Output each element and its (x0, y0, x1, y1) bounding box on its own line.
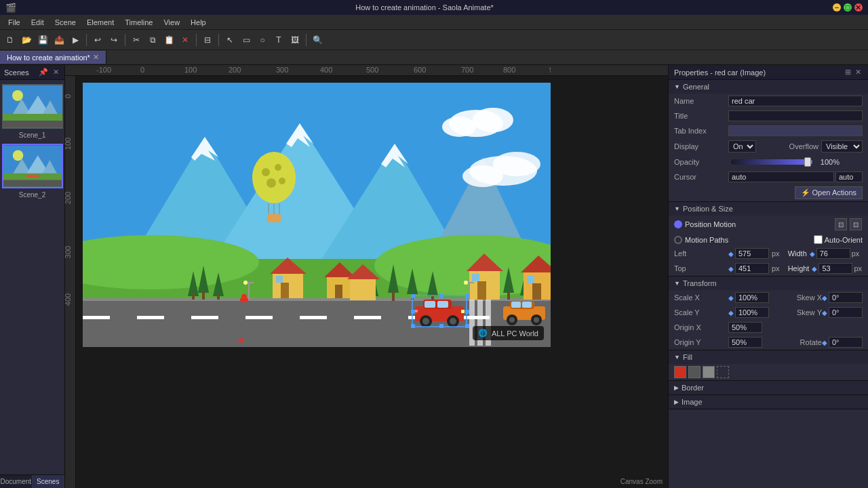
svg-text:500: 500 (366, 66, 378, 74)
image-arrow: ▶ (674, 399, 679, 405)
scene-canvas[interactable]: Easing... Cut Ctrl+X Copy Ctrl+C Paste C… (83, 83, 551, 347)
cursor-extra-input[interactable] (835, 171, 863, 182)
transform-section-header[interactable]: ▼ Transform (669, 277, 868, 290)
props-close-button[interactable]: ✕ (854, 68, 863, 77)
menu-help[interactable]: Help (185, 17, 212, 28)
menu-edit[interactable]: Edit (26, 17, 50, 28)
scale-x-input[interactable] (735, 292, 769, 303)
scene-1-thumbnail[interactable] (2, 84, 63, 129)
border-section: ▶ Border (669, 381, 868, 395)
position-size-header[interactable]: ▼ Position & Size (669, 202, 868, 216)
position-motion-radio[interactable] (674, 220, 682, 228)
height-input[interactable] (818, 263, 852, 274)
svg-point-42 (442, 117, 476, 137)
opacity-thumb[interactable] (804, 157, 811, 167)
open-actions-button[interactable]: ⚡ Open Actions (795, 186, 863, 199)
scenes-close-button[interactable]: ✕ (52, 68, 60, 77)
scenes-panel: Scenes 📌 ✕ Scene_1 (0, 65, 65, 488)
canvas-area[interactable]: -100 0 100 200 300 400 500 600 700 800 9… (65, 65, 668, 488)
svg-text:-100: -100 (96, 66, 111, 74)
image-section-header[interactable]: ▶ Image (669, 395, 868, 409)
name-input[interactable] (728, 96, 863, 106)
top-input[interactable] (735, 263, 769, 274)
rotate-input[interactable] (829, 337, 863, 348)
menu-element[interactable]: Element (81, 17, 119, 28)
ellipse-tool[interactable]: ○ (255, 33, 270, 47)
motion-paths-radio[interactable] (674, 236, 682, 244)
height-px-label: px (854, 264, 862, 272)
svg-point-113 (450, 318, 456, 325)
delete-button[interactable]: ✕ (178, 33, 193, 47)
image-tool[interactable]: 🖼 (288, 33, 302, 47)
svg-rect-104 (240, 298, 248, 301)
top-height-row: Top ◆ px Height ◆ px (669, 261, 868, 276)
fill-color-4[interactable] (717, 366, 729, 378)
scene-2-thumbnail[interactable] (2, 144, 63, 188)
tabindex-input[interactable] (728, 125, 863, 136)
fill-colors-row (669, 364, 868, 380)
border-section-header[interactable]: ▶ Border (669, 381, 868, 394)
copy-button[interactable]: ⧉ (145, 33, 160, 47)
align-tr-button[interactable]: ⊡ (850, 218, 862, 230)
minimize-button[interactable]: − (833, 3, 841, 12)
fill-color-2[interactable] (688, 366, 701, 378)
svg-rect-120 (411, 310, 415, 314)
select-tool[interactable]: ↖ (222, 33, 237, 47)
menu-scene[interactable]: Scene (50, 17, 81, 28)
overflow-select[interactable]: VisibleHidden (821, 140, 863, 152)
origin-x-input[interactable] (728, 322, 762, 333)
save-button[interactable]: 💾 (35, 33, 50, 47)
close-button[interactable]: ✕ (854, 3, 863, 12)
new-button[interactable]: 🗋 (3, 33, 18, 47)
menu-timeline[interactable]: Timeline (119, 17, 158, 28)
zoom-tool[interactable]: 🔍 (310, 33, 325, 47)
scale-y-input[interactable] (735, 307, 769, 318)
scenes-pin-button[interactable]: 📌 (37, 68, 50, 77)
origin-y-input[interactable] (728, 337, 762, 348)
align-tl-button[interactable]: ⊡ (835, 218, 847, 230)
menu-view[interactable]: View (158, 17, 185, 28)
undo-button[interactable]: ↩ (90, 33, 105, 47)
menu-file[interactable]: File (3, 17, 26, 28)
cursor-row: Cursor (669, 169, 868, 184)
vertical-ruler: 0 100 200 300 400 (65, 76, 76, 488)
cursor-input[interactable] (728, 171, 834, 182)
redo-button[interactable]: ↪ (106, 33, 121, 47)
svg-rect-82 (281, 283, 289, 298)
left-label: Left (674, 249, 728, 258)
origin-x-label: Origin X (674, 323, 728, 331)
align-button[interactable]: ⊟ (200, 33, 215, 47)
general-section-header[interactable]: ▼ General (669, 80, 868, 94)
width-input[interactable] (816, 248, 850, 259)
auto-orient-checkbox[interactable] (814, 235, 823, 244)
skew-y-input[interactable] (829, 307, 863, 318)
svg-point-137 (262, 168, 270, 176)
svg-text:400: 400 (320, 66, 332, 74)
main-tab[interactable]: How to create animation* ✕ (0, 51, 106, 64)
motion-paths-label: Motion Paths (685, 236, 814, 244)
preview-button[interactable]: ▶ (68, 33, 83, 47)
text-tool[interactable]: T (271, 33, 286, 47)
rect-tool[interactable]: ▭ (239, 33, 254, 47)
tab-close-button[interactable]: ✕ (93, 53, 99, 62)
position-size-section: ▼ Position & Size Position Motion ⊡ ⊡ Mo… (669, 202, 868, 277)
skew-x-input[interactable] (829, 292, 863, 303)
canvas-viewport[interactable]: Easing... Cut Ctrl+X Copy Ctrl+C Paste C… (76, 76, 668, 488)
open-button[interactable]: 📂 (19, 33, 34, 47)
title-input[interactable] (728, 110, 863, 121)
props-expand-button[interactable]: ⊞ (844, 68, 852, 77)
paste-button[interactable]: 📋 (161, 33, 176, 47)
display-select[interactable]: OnOff (728, 140, 756, 152)
fill-color-1[interactable] (674, 366, 686, 378)
scenes-tab[interactable]: Scenes (33, 475, 65, 488)
export-button[interactable]: 📤 (52, 33, 66, 47)
top-label: Top (674, 264, 728, 272)
opacity-slider[interactable] (731, 159, 812, 165)
fill-color-3[interactable] (703, 366, 715, 378)
fill-section-header[interactable]: ▼ Fill (669, 350, 868, 364)
left-input[interactable] (735, 248, 769, 259)
document-tab[interactable]: Document (0, 475, 33, 488)
maximize-button[interactable]: □ (844, 3, 852, 12)
cut-button[interactable]: ✂ (129, 33, 144, 47)
svg-rect-117 (411, 294, 415, 298)
